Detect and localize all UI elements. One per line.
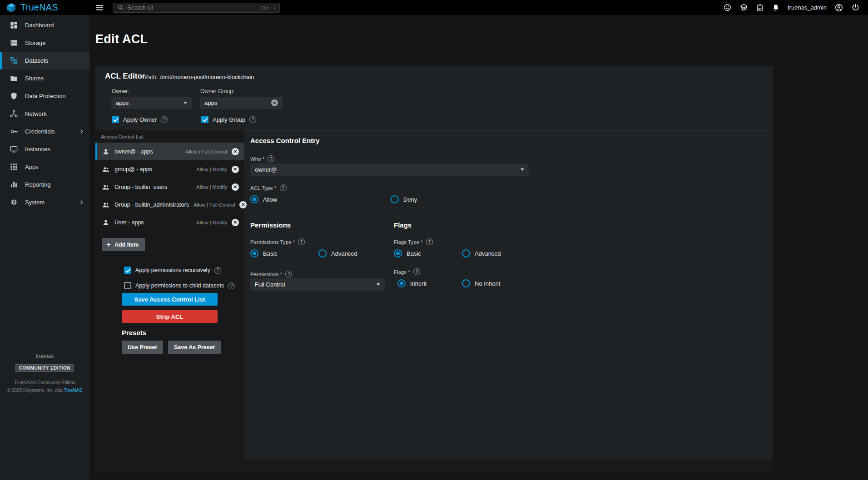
- access-control-entry-panel: Access Control Entry Who * ? owner@ ACL …: [244, 130, 773, 459]
- acl-entry-row[interactable]: owner@ - apps Allow | Full Control ✕: [95, 143, 244, 160]
- who-label-row: Who * ?: [250, 155, 274, 162]
- owner-label: Owner:: [112, 88, 129, 94]
- sidebar-item-datasets[interactable]: Datasets: [0, 52, 89, 69]
- sidebar-item-apps[interactable]: Apps: [0, 158, 89, 176]
- footer-brand-link[interactable]: TrueNAS: [64, 388, 82, 393]
- remove-entry-icon[interactable]: ✕: [232, 148, 239, 155]
- menu-icon[interactable]: [95, 3, 104, 12]
- sidebar-item-credentials[interactable]: Credentials: [0, 123, 89, 140]
- save-acl-button[interactable]: Save Access Control List: [122, 293, 218, 306]
- flags-label-row: Flags * ?: [394, 268, 420, 275]
- sidebar-item-system[interactable]: System: [0, 193, 89, 211]
- layers-icon[interactable]: [739, 3, 748, 12]
- add-item-button[interactable]: + Add Item: [102, 238, 145, 251]
- sidebar-item-data-protection[interactable]: Data Protection: [0, 87, 89, 105]
- sidebar-item-label: System: [25, 199, 45, 206]
- title-divider: [95, 57, 868, 57]
- acl-type-label: ACL Type *: [250, 185, 277, 191]
- acl-entry-row[interactable]: Group - builtin_administrators Allow | F…: [95, 196, 244, 213]
- storage-icon: [10, 39, 18, 47]
- acl-entry-row[interactable]: Group - builtin_users Allow | Modify ✕: [95, 178, 244, 196]
- feedback-smiley-icon[interactable]: [723, 3, 732, 12]
- apply-recursively-checkbox[interactable]: [124, 267, 131, 274]
- ace-title: Access Control Entry: [250, 137, 320, 144]
- help-icon[interactable]: ?: [161, 116, 168, 123]
- dataset-path: Path:/mnt/monero-pool/monero-blockchain: [144, 74, 254, 80]
- owner-group-select[interactable]: apps ✕: [200, 97, 283, 109]
- apply-owner-checkbox[interactable]: [112, 116, 119, 123]
- sidebar-item-label: Instances: [25, 146, 50, 153]
- clear-icon[interactable]: ✕: [271, 99, 278, 106]
- permissions-type-advanced-radio[interactable]: Advanced: [318, 249, 357, 257]
- remove-entry-icon[interactable]: ✕: [232, 166, 239, 173]
- permissions-type-label-row: Permissions Type * ?: [250, 238, 305, 245]
- group-icon: [102, 183, 110, 191]
- power-icon[interactable]: [851, 3, 860, 12]
- flags-type-advanced-radio[interactable]: Advanced: [462, 249, 501, 257]
- apply-child-datasets-checkbox[interactable]: [124, 282, 131, 289]
- gear-icon: [10, 198, 18, 207]
- flags-type-label-row: Flags Type * ?: [394, 238, 433, 245]
- help-icon[interactable]: ?: [426, 238, 433, 245]
- acl-entry-row[interactable]: User - apps Allow | Modify ✕: [95, 213, 244, 231]
- apply-group-row: Apply Group ?: [201, 116, 256, 123]
- search-input[interactable]: [127, 4, 257, 11]
- sidebar-item-label: Network: [25, 110, 47, 117]
- who-select[interactable]: owner@: [250, 163, 529, 176]
- acl-editor-title: ACL Editor: [105, 72, 145, 81]
- search-icon: [117, 4, 124, 11]
- sidebar-item-instances[interactable]: Instances: [0, 140, 89, 158]
- acl-type-allow-radio[interactable]: Allow: [250, 195, 277, 203]
- apply-group-checkbox[interactable]: [201, 116, 208, 123]
- permissions-type-label: Permissions Type *: [250, 239, 295, 245]
- permissions-section-title: Permissions: [250, 221, 291, 229]
- help-icon[interactable]: ?: [228, 282, 235, 289]
- notifications-bell-icon[interactable]: [772, 4, 780, 12]
- help-icon[interactable]: ?: [285, 271, 292, 277]
- flags-type-basic-radio[interactable]: Basic: [394, 249, 421, 257]
- main-content: Edit ACL ACL Editor Path:/mnt/monero-poo…: [89, 15, 868, 480]
- card-footer: [95, 459, 773, 471]
- clipboard-icon[interactable]: [756, 4, 764, 12]
- apply-recursively-label: Apply permissions recursively: [135, 267, 210, 273]
- owner-select[interactable]: apps: [111, 97, 192, 109]
- sidebar-item-reporting[interactable]: Reporting: [0, 176, 89, 193]
- permissions-select[interactable]: Full Control: [250, 278, 385, 291]
- help-icon[interactable]: ?: [413, 268, 420, 275]
- acl-items: owner@ - apps Allow | Full Control ✕ gro…: [95, 143, 244, 231]
- permissions-label: Permissions *: [250, 272, 282, 277]
- sidebar-item-dashboard[interactable]: Dashboard: [0, 16, 89, 34]
- edition-badge: COMMUNITY EDITION: [15, 364, 74, 372]
- flags-no-inherit-radio[interactable]: No Inherit: [462, 279, 500, 287]
- use-preset-button[interactable]: Use Preset: [122, 341, 163, 354]
- save-as-preset-button[interactable]: Save As Preset: [168, 341, 221, 354]
- remove-entry-icon[interactable]: ✕: [232, 183, 239, 191]
- search-shortcut-hint: Ctrl + /: [260, 5, 275, 10]
- sidebar-item-network[interactable]: Network: [0, 105, 89, 123]
- help-icon[interactable]: ?: [280, 184, 287, 191]
- help-icon[interactable]: ?: [214, 267, 221, 274]
- chevron-right-icon: [78, 128, 85, 135]
- chevron-down-icon: [377, 283, 380, 286]
- sidebar-item-storage[interactable]: Storage: [0, 34, 89, 52]
- remove-entry-icon[interactable]: ✕: [232, 219, 239, 226]
- help-icon[interactable]: ?: [249, 116, 256, 123]
- acl-entry-row[interactable]: group@ - apps Allow | Modify ✕: [95, 160, 244, 178]
- radio-icon: [397, 279, 406, 287]
- help-icon[interactable]: ?: [298, 238, 305, 245]
- help-icon[interactable]: ?: [268, 155, 274, 162]
- strip-acl-button[interactable]: Strip ACL: [122, 310, 218, 323]
- person-icon: [102, 218, 110, 227]
- flags-inherit-radio[interactable]: Inherit: [397, 279, 427, 287]
- global-search[interactable]: Ctrl + /: [113, 3, 280, 13]
- acl-type-deny-radio[interactable]: Deny: [391, 195, 417, 203]
- chevron-down-icon: [184, 102, 187, 104]
- apply-owner-label: Apply Owner: [123, 116, 157, 123]
- truenas-logo[interactable]: TrueNAS: [0, 2, 89, 13]
- topbar: TrueNAS Ctrl + / truenas_admin: [0, 0, 868, 15]
- sidebar-item-shares[interactable]: Shares: [0, 69, 89, 87]
- avatar-icon[interactable]: [834, 3, 843, 12]
- apps-grid-icon: [10, 163, 18, 171]
- apply-child-datasets-label: Apply permissions to child datasets: [135, 282, 224, 289]
- permissions-type-basic-radio[interactable]: Basic: [250, 249, 278, 257]
